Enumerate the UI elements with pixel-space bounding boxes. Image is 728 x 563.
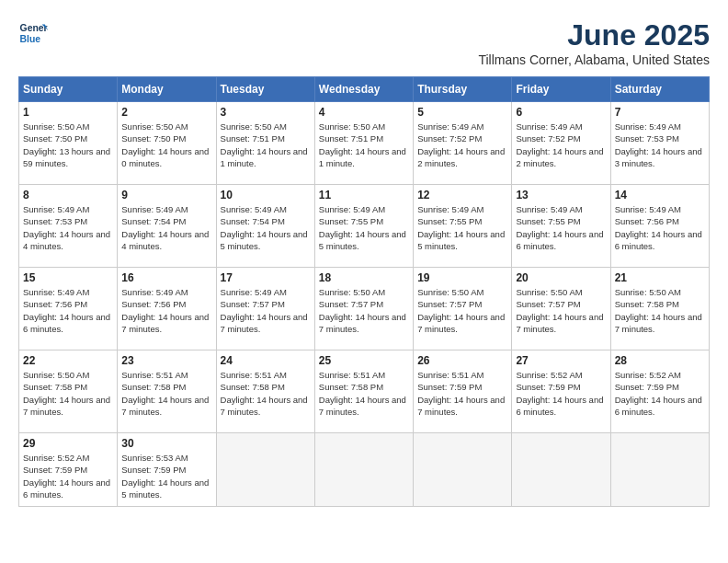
calendar-cell: 9Sunrise: 5:49 AMSunset: 7:54 PMDaylight… bbox=[118, 185, 216, 268]
calendar-cell: 18Sunrise: 5:50 AMSunset: 7:57 PMDayligh… bbox=[314, 268, 413, 350]
calendar-cell: 23Sunrise: 5:51 AMSunset: 7:58 PMDayligh… bbox=[118, 350, 216, 433]
day-detail: Sunrise: 5:51 AMSunset: 7:58 PMDaylight:… bbox=[319, 369, 409, 418]
day-detail: Sunrise: 5:50 AMSunset: 7:57 PMDaylight:… bbox=[516, 286, 606, 335]
day-number: 30 bbox=[121, 437, 211, 450]
day-detail: Sunrise: 5:49 AMSunset: 7:55 PMDaylight:… bbox=[319, 203, 409, 252]
day-detail: Sunrise: 5:51 AMSunset: 7:58 PMDaylight:… bbox=[121, 369, 211, 418]
day-detail: Sunrise: 5:52 AMSunset: 7:59 PMDaylight:… bbox=[615, 369, 705, 418]
day-number: 12 bbox=[417, 189, 507, 201]
day-number: 19 bbox=[417, 271, 507, 284]
weekday-header-thursday: Thursday bbox=[414, 77, 512, 102]
calendar-cell: 6Sunrise: 5:49 AMSunset: 7:52 PMDaylight… bbox=[512, 102, 610, 185]
title-area: June 2025 Tillmans Corner, Alabama, Unit… bbox=[478, 18, 710, 67]
weekday-header-row: SundayMondayTuesdayWednesdayThursdayFrid… bbox=[19, 77, 710, 102]
day-detail: Sunrise: 5:50 AMSunset: 7:58 PMDaylight:… bbox=[615, 286, 705, 335]
calendar-cell: 29Sunrise: 5:52 AMSunset: 7:59 PMDayligh… bbox=[19, 433, 118, 507]
day-number: 15 bbox=[23, 271, 113, 284]
calendar-cell: 13Sunrise: 5:49 AMSunset: 7:55 PMDayligh… bbox=[512, 185, 610, 268]
calendar-cell: 11Sunrise: 5:49 AMSunset: 7:55 PMDayligh… bbox=[314, 185, 413, 268]
calendar-cell bbox=[414, 433, 512, 507]
logo: General Blue bbox=[18, 18, 48, 48]
day-number: 27 bbox=[516, 354, 606, 367]
calendar-cell: 25Sunrise: 5:51 AMSunset: 7:58 PMDayligh… bbox=[314, 350, 413, 433]
day-number: 16 bbox=[121, 271, 211, 284]
day-detail: Sunrise: 5:51 AMSunset: 7:58 PMDaylight:… bbox=[221, 369, 311, 418]
week-row-1: 1Sunrise: 5:50 AMSunset: 7:50 PMDaylight… bbox=[19, 102, 710, 185]
day-number: 18 bbox=[319, 271, 409, 284]
calendar-cell: 19Sunrise: 5:50 AMSunset: 7:57 PMDayligh… bbox=[414, 268, 512, 350]
calendar-cell bbox=[314, 433, 413, 507]
day-detail: Sunrise: 5:50 AMSunset: 7:51 PMDaylight:… bbox=[319, 121, 409, 169]
day-number: 26 bbox=[417, 354, 507, 367]
calendar-cell: 3Sunrise: 5:50 AMSunset: 7:51 PMDaylight… bbox=[216, 102, 314, 185]
day-number: 7 bbox=[615, 106, 705, 119]
calendar-cell: 12Sunrise: 5:49 AMSunset: 7:55 PMDayligh… bbox=[414, 185, 512, 268]
day-number: 28 bbox=[615, 354, 705, 367]
day-number: 20 bbox=[516, 271, 606, 284]
day-number: 14 bbox=[615, 189, 705, 201]
day-number: 4 bbox=[319, 106, 409, 119]
calendar-cell: 24Sunrise: 5:51 AMSunset: 7:58 PMDayligh… bbox=[216, 350, 314, 433]
calendar-cell: 22Sunrise: 5:50 AMSunset: 7:58 PMDayligh… bbox=[19, 350, 118, 433]
calendar-cell: 5Sunrise: 5:49 AMSunset: 7:52 PMDaylight… bbox=[414, 102, 512, 185]
calendar-cell: 16Sunrise: 5:49 AMSunset: 7:56 PMDayligh… bbox=[118, 268, 216, 350]
day-number: 22 bbox=[23, 354, 113, 367]
day-detail: Sunrise: 5:49 AMSunset: 7:56 PMDaylight:… bbox=[615, 203, 705, 252]
day-number: 17 bbox=[221, 271, 311, 284]
calendar-cell: 27Sunrise: 5:52 AMSunset: 7:59 PMDayligh… bbox=[512, 350, 610, 433]
weekday-header-monday: Monday bbox=[118, 77, 216, 102]
day-detail: Sunrise: 5:49 AMSunset: 7:54 PMDaylight:… bbox=[221, 203, 311, 252]
calendar-cell: 21Sunrise: 5:50 AMSunset: 7:58 PMDayligh… bbox=[610, 268, 709, 350]
day-number: 1 bbox=[23, 106, 113, 119]
page-header: General Blue June 2025 Tillmans Corner, … bbox=[18, 18, 710, 67]
calendar-cell: 7Sunrise: 5:49 AMSunset: 7:53 PMDaylight… bbox=[610, 102, 709, 185]
day-number: 11 bbox=[319, 189, 409, 201]
day-detail: Sunrise: 5:49 AMSunset: 7:54 PMDaylight:… bbox=[121, 203, 211, 252]
svg-text:Blue: Blue bbox=[20, 34, 41, 44]
calendar-cell bbox=[512, 433, 610, 507]
day-detail: Sunrise: 5:50 AMSunset: 7:50 PMDaylight:… bbox=[121, 121, 211, 169]
calendar-cell bbox=[610, 433, 709, 507]
day-detail: Sunrise: 5:49 AMSunset: 7:52 PMDaylight:… bbox=[417, 121, 507, 169]
calendar-cell: 10Sunrise: 5:49 AMSunset: 7:54 PMDayligh… bbox=[216, 185, 314, 268]
calendar-cell: 8Sunrise: 5:49 AMSunset: 7:53 PMDaylight… bbox=[19, 185, 118, 268]
day-detail: Sunrise: 5:50 AMSunset: 7:57 PMDaylight:… bbox=[319, 286, 409, 335]
day-detail: Sunrise: 5:49 AMSunset: 7:53 PMDaylight:… bbox=[615, 121, 705, 169]
day-number: 10 bbox=[221, 189, 311, 201]
week-row-2: 8Sunrise: 5:49 AMSunset: 7:53 PMDaylight… bbox=[19, 185, 710, 268]
day-number: 3 bbox=[221, 106, 311, 119]
weekday-header-saturday: Saturday bbox=[610, 77, 709, 102]
calendar-cell: 20Sunrise: 5:50 AMSunset: 7:57 PMDayligh… bbox=[512, 268, 610, 350]
day-number: 6 bbox=[516, 106, 606, 119]
day-detail: Sunrise: 5:50 AMSunset: 7:58 PMDaylight:… bbox=[23, 369, 113, 418]
day-detail: Sunrise: 5:50 AMSunset: 7:57 PMDaylight:… bbox=[417, 286, 507, 335]
day-number: 5 bbox=[417, 106, 507, 119]
weekday-header-wednesday: Wednesday bbox=[314, 77, 413, 102]
day-detail: Sunrise: 5:49 AMSunset: 7:55 PMDaylight:… bbox=[417, 203, 507, 252]
calendar-table: SundayMondayTuesdayWednesdayThursdayFrid… bbox=[18, 76, 710, 507]
day-detail: Sunrise: 5:49 AMSunset: 7:56 PMDaylight:… bbox=[23, 286, 113, 335]
day-number: 24 bbox=[221, 354, 311, 367]
day-detail: Sunrise: 5:50 AMSunset: 7:51 PMDaylight:… bbox=[221, 121, 311, 169]
day-detail: Sunrise: 5:49 AMSunset: 7:56 PMDaylight:… bbox=[121, 286, 211, 335]
week-row-5: 29Sunrise: 5:52 AMSunset: 7:59 PMDayligh… bbox=[19, 433, 710, 507]
day-detail: Sunrise: 5:50 AMSunset: 7:50 PMDaylight:… bbox=[23, 121, 113, 169]
day-detail: Sunrise: 5:49 AMSunset: 7:57 PMDaylight:… bbox=[221, 286, 311, 335]
day-number: 23 bbox=[121, 354, 211, 367]
week-row-3: 15Sunrise: 5:49 AMSunset: 7:56 PMDayligh… bbox=[19, 268, 710, 350]
month-title: June 2025 bbox=[478, 18, 710, 52]
weekday-header-tuesday: Tuesday bbox=[216, 77, 314, 102]
day-number: 21 bbox=[615, 271, 705, 284]
day-detail: Sunrise: 5:51 AMSunset: 7:59 PMDaylight:… bbox=[417, 369, 507, 418]
calendar-cell: 28Sunrise: 5:52 AMSunset: 7:59 PMDayligh… bbox=[610, 350, 709, 433]
logo-icon: General Blue bbox=[18, 18, 48, 48]
weekday-header-friday: Friday bbox=[512, 77, 610, 102]
location-title: Tillmans Corner, Alabama, United States bbox=[478, 52, 710, 67]
calendar-cell: 2Sunrise: 5:50 AMSunset: 7:50 PMDaylight… bbox=[118, 102, 216, 185]
day-number: 13 bbox=[516, 189, 606, 201]
day-number: 8 bbox=[23, 189, 113, 201]
day-detail: Sunrise: 5:53 AMSunset: 7:59 PMDaylight:… bbox=[121, 452, 211, 500]
week-row-4: 22Sunrise: 5:50 AMSunset: 7:58 PMDayligh… bbox=[19, 350, 710, 433]
day-detail: Sunrise: 5:49 AMSunset: 7:55 PMDaylight:… bbox=[516, 203, 606, 252]
day-number: 2 bbox=[121, 106, 211, 119]
